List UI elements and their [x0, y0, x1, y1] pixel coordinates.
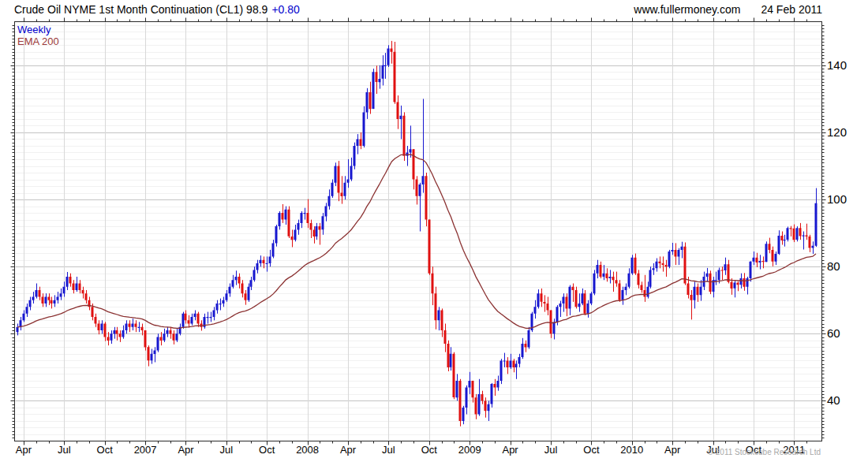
- x-tick-label: Apr: [502, 444, 518, 456]
- x-tick-label: 2008: [296, 444, 319, 456]
- x-tick-label: Oct: [259, 444, 275, 456]
- x-tick-label: Jul: [58, 444, 71, 456]
- chart-window: Crude Oil NYME 1st Month Continuation (C…: [0, 0, 868, 473]
- y-tick-label: 40: [827, 393, 840, 407]
- x-tick-label: 2009: [458, 444, 481, 456]
- y-tick-label: 140: [827, 58, 847, 72]
- legend-ema-200: EMA 200: [17, 35, 59, 47]
- x-tick-label: Oct: [421, 444, 438, 456]
- y-tick-label: 60: [827, 326, 840, 340]
- plot-border: [15, 22, 822, 441]
- x-tick-label: Oct: [583, 444, 600, 456]
- y-tick-label: 120: [827, 125, 847, 139]
- x-tick-label: Jul: [382, 444, 395, 456]
- chart-legend: Weekly EMA 200: [17, 24, 59, 47]
- x-tick-label: Oct: [97, 444, 114, 456]
- minor-horizontal-gridlines: [16, 26, 821, 435]
- down-candle-bodies: [39, 49, 811, 422]
- y-tick-label: 100: [827, 192, 847, 206]
- x-tick-label: Jul: [220, 444, 234, 456]
- axis-labels: 406080100120140AprJulOct2007AprJulOct200…: [16, 58, 847, 456]
- x-tick-label: Jul: [544, 444, 558, 456]
- x-tick-label: Apr: [178, 444, 194, 456]
- legend-weekly: Weekly: [17, 24, 59, 35]
- x-tick-label: Apr: [340, 444, 357, 456]
- x-tick-label: 2007: [134, 444, 157, 456]
- x-tick-label: 2010: [620, 444, 643, 456]
- up-candle-bodies: [17, 49, 817, 421]
- x-tick-label: Apr: [16, 444, 32, 456]
- price-chart: 406080100120140AprJulOct2007AprJulOct200…: [0, 0, 868, 473]
- copyright-label: © 2011 Stockcube Research Ltd: [708, 448, 821, 456]
- grid-layer: [16, 23, 821, 441]
- y-tick-label: 80: [827, 259, 840, 273]
- x-tick-label: Apr: [664, 444, 681, 456]
